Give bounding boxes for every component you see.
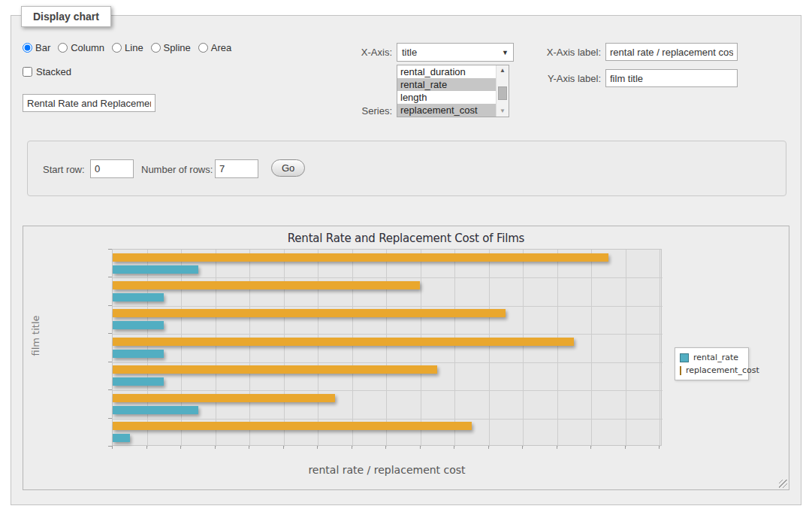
- scrollbar-thumb[interactable]: [498, 86, 507, 100]
- gridline-y-5: [113, 390, 663, 391]
- chart-legend: rental_ratereplacement_cost: [675, 347, 749, 380]
- x-tickmark-30: [625, 446, 626, 449]
- num-rows-label: Number of rows:: [141, 164, 213, 175]
- series-options: rental_durationrental_ratelengthreplacem…: [397, 65, 496, 117]
- x-axis-selected-value: title: [402, 47, 502, 58]
- bar-rental_rate-5: [113, 406, 198, 414]
- bar-rental_rate-1: [113, 293, 164, 301]
- x-tickmark-18: [420, 446, 421, 449]
- gridline-x-12: [318, 250, 318, 447]
- x-axis-label-input[interactable]: [605, 43, 738, 61]
- page: Display chart BarColumnLineSplineArea St…: [0, 0, 812, 512]
- y-tick-0: [108, 249, 112, 250]
- chart-type-radio-label: Spline: [164, 42, 191, 53]
- chevron-down-icon: ▼: [502, 49, 509, 56]
- bar-rental_rate-0: [113, 265, 198, 274]
- chart-type-spline[interactable]: Spline: [151, 42, 191, 53]
- gridline-y-3: [113, 334, 663, 335]
- series-option-length[interactable]: length: [397, 91, 496, 104]
- series-scrollbar[interactable]: ▲ ▼: [496, 65, 509, 117]
- x-tickmark-16: [385, 446, 386, 449]
- stacked-checkbox[interactable]: [23, 67, 32, 77]
- x-axis-select-label: X-Axis:: [323, 47, 392, 58]
- bar-replacement_cost-1: [113, 281, 420, 289]
- x-tickmark-6: [215, 446, 216, 449]
- x-tickmark-20: [454, 446, 454, 449]
- legend-swatch-rental_rate: [680, 353, 689, 362]
- gridline-x-28: [591, 250, 592, 447]
- gridline-x-6: [216, 250, 216, 447]
- go-button[interactable]: Go: [271, 159, 305, 177]
- y-axis-label-label: Y-Axis label:: [533, 73, 601, 84]
- legend-swatch-replacement_cost: [680, 366, 681, 375]
- y-tick-3: [108, 333, 112, 334]
- num-rows-input[interactable]: [215, 159, 258, 178]
- series-option-rental_duration[interactable]: rental_duration: [397, 65, 496, 78]
- gridline-x-30: [626, 250, 626, 447]
- chart-container: Rental Rate and Replacement Cost of Film…: [23, 226, 789, 490]
- x-tickmark-0: [112, 446, 113, 449]
- x-tickmark-32: [659, 446, 660, 449]
- legend-entry-rental_rate: rental_rate: [680, 351, 744, 364]
- chart-type-radio-label: Column: [71, 42, 104, 53]
- chart-plot-area: [112, 249, 662, 446]
- y-axis-title: film title: [30, 291, 41, 381]
- chart-title-input[interactable]: [23, 94, 155, 112]
- y-tick-6: [108, 418, 112, 419]
- bar-replacement_cost-6: [113, 422, 472, 430]
- chart-type-line[interactable]: Line: [112, 42, 143, 53]
- series-select-label: Series:: [323, 105, 392, 117]
- chart-type-options: BarColumnLineSplineArea: [23, 42, 239, 53]
- chart-type-radio-line[interactable]: [112, 43, 122, 53]
- bar-replacement_cost-3: [113, 338, 574, 346]
- legend-label-replacement_cost: replacement_cost: [686, 365, 759, 375]
- bar-replacement_cost-5: [113, 394, 335, 402]
- y-tick-1: [108, 277, 112, 277]
- resize-grip-icon[interactable]: [779, 480, 787, 488]
- start-row-label: Start row:: [43, 164, 85, 175]
- chart-type-radio-area[interactable]: [198, 43, 208, 53]
- x-tickmark-22: [488, 446, 489, 449]
- start-row-input[interactable]: [90, 159, 134, 178]
- bar-replacement_cost-0: [113, 253, 608, 262]
- scroll-up-icon[interactable]: ▲: [497, 65, 509, 76]
- legend-label-rental_rate: rental_rate: [693, 353, 738, 362]
- series-option-rental_rate[interactable]: rental_rate: [397, 78, 496, 91]
- fieldset-legend: Display chart: [21, 6, 111, 27]
- gridline-x-18: [421, 250, 421, 447]
- gridline-y-6: [113, 419, 663, 420]
- stacked-checkbox-row[interactable]: Stacked: [23, 66, 71, 77]
- chart-type-radio-label: Bar: [35, 42, 50, 53]
- gridline-x-26: [557, 250, 558, 447]
- gridline-y-4: [113, 362, 663, 363]
- series-multiselect[interactable]: rental_durationrental_ratelengthreplacem…: [397, 65, 509, 117]
- chart-type-radio-column[interactable]: [58, 43, 68, 53]
- gridline-x-8: [249, 250, 250, 447]
- bar-replacement_cost-2: [113, 309, 506, 317]
- gridline-x-4: [181, 250, 182, 447]
- gridline-x-32: [660, 250, 660, 447]
- chart-type-radio-bar[interactable]: [23, 43, 32, 53]
- chart-type-column[interactable]: Column: [58, 42, 104, 53]
- gridline-x-24: [523, 250, 524, 447]
- y-axis-label-input[interactable]: [605, 69, 738, 87]
- x-tickmark-14: [352, 446, 352, 449]
- y-tick-4: [108, 362, 112, 362]
- gridline-x-20: [454, 250, 455, 447]
- gridline-x-14: [352, 250, 353, 447]
- chart-type-area[interactable]: Area: [198, 42, 231, 53]
- x-tickmark-28: [590, 446, 591, 449]
- gridline-y-1: [113, 277, 663, 278]
- chart-type-radio-spline[interactable]: [151, 43, 161, 53]
- x-tickmark-24: [522, 446, 523, 449]
- scroll-down-icon[interactable]: ▼: [497, 106, 509, 117]
- y-tick-5: [108, 389, 112, 390]
- series-option-replacement_cost[interactable]: replacement_cost: [397, 104, 496, 117]
- chart-type-radio-label: Line: [125, 42, 143, 53]
- x-axis-select[interactable]: title ▼: [397, 43, 514, 62]
- chart-type-radio-label: Area: [211, 42, 231, 53]
- chart-type-bar[interactable]: Bar: [23, 42, 50, 53]
- gridline-x-16: [386, 250, 387, 447]
- x-tickmark-26: [557, 446, 557, 449]
- bar-replacement_cost-4: [113, 365, 437, 374]
